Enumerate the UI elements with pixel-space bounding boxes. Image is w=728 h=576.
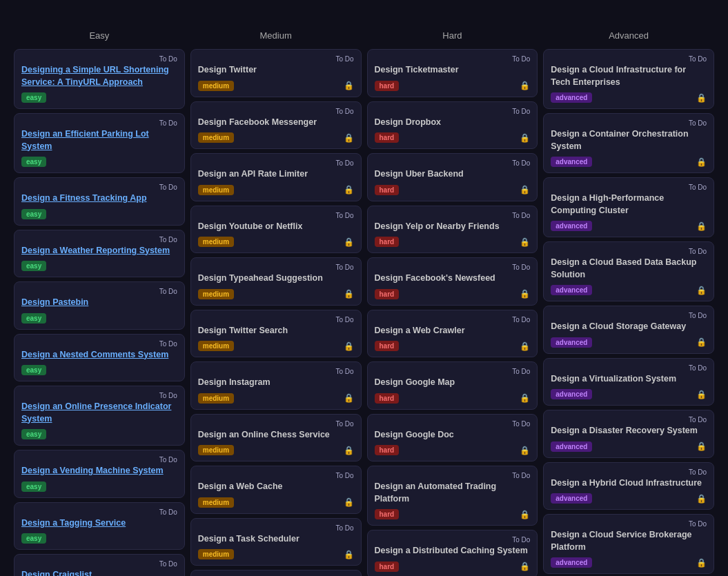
card[interactable]: To DoDesign a Key Value Storemedium🔒 [190,570,362,576]
tag-medium: medium [198,393,234,404]
tag-medium: medium [198,132,234,143]
lock-icon: 🔒 [520,81,530,90]
card[interactable]: To DoDesign Ticketmasterhard🔒 [367,49,538,97]
card[interactable]: To DoDesign Youtube or Netflixmedium🔒 [190,206,362,254]
card[interactable]: To DoDesign a Cloud Based Data Backup So… [543,241,714,301]
tag-easy: easy [21,429,46,439]
card[interactable]: To DoDesign a Cloud Infrastructure for T… [543,49,714,109]
card[interactable]: To DoDesign Facebook's Newsfeedhard🔒 [367,257,538,306]
card[interactable]: To DoDesign a Web Crawlerhard🔒 [367,310,538,358]
card-title[interactable]: Design a Nested Comments System [21,349,177,361]
tag-medium: medium [198,549,234,559]
card[interactable]: To DoDesign a Disaster Recovery Systemad… [543,410,714,458]
card-title[interactable]: Design an Online Presence Indicator Syst… [21,401,177,425]
card[interactable]: To DoDesign a Nested Comments Systemeasy [14,334,185,382]
card[interactable]: To DoDesign a High-Performance Computing… [543,177,714,237]
card-title: Design a Cloud Service Brokerage Platfor… [551,529,707,553]
card[interactable]: To DoDesign Yelp or Nearby Friendshard🔒 [367,206,538,254]
card[interactable]: To DoDesign Dropboxhard🔒 [367,101,538,150]
lock-icon: 🔒 [344,237,354,247]
tag-easy: easy [21,92,46,103]
card[interactable]: To DoDesign Craigslisteasy [14,554,185,576]
card[interactable]: To DoDesign Twittermedium🔒 [190,49,362,97]
lock-icon: 🔒 [344,289,354,299]
card-title[interactable]: Design a Vending Machine System [21,465,177,477]
card[interactable]: To DoDesign Instagrammedium🔒 [190,361,362,410]
todo-badge: To Do [159,560,177,568]
card[interactable]: To DoDesign an API Rate Limitermedium🔒 [190,153,362,201]
card[interactable]: To DoDesign Uber Backendhard🔒 [367,153,538,201]
todo-badge: To Do [512,159,530,167]
card-title: Design a Cloud Based Data Backup Solutio… [551,257,707,281]
card[interactable]: To DoDesign Google Maphard🔒 [367,361,538,410]
lock-icon: 🔒 [520,133,530,143]
tag-hard: hard [375,237,400,247]
card[interactable]: To DoDesign a Distributed Caching System… [367,530,538,576]
lock-icon: 🔒 [696,494,707,504]
card[interactable]: To DoDesign an Efficient Parking Lot Sys… [14,113,185,173]
card-title: Design Dropbox [375,117,531,129]
card-title: Design a Cloud Storage Gateway [551,321,707,333]
card[interactable]: To DoDesign Facebook Messengermedium🔒 [190,101,362,150]
todo-badge: To Do [512,316,530,324]
card-title: Design an Online Chess Service [198,429,354,441]
card[interactable]: To DoDesign Google Dochard🔒 [367,414,538,462]
card-title: Design Google Doc [375,429,531,441]
card-title[interactable]: Design a Weather Reporting System [21,245,177,257]
card[interactable]: To DoDesign a Hybrid Cloud Infrastructur… [543,462,714,510]
todo-badge: To Do [335,420,353,428]
card[interactable]: To DoDesign a Fitness Tracking Appeasy [14,177,185,226]
todo-badge: To Do [335,212,353,219]
todo-badge: To Do [512,212,530,219]
card[interactable]: To DoDesign an Online Chess Servicemediu… [190,414,362,462]
lock-icon: 🔒 [344,81,354,90]
card-title: Design Typeahead Suggestion [198,272,354,285]
card[interactable]: To DoDesigning a Simple URL Shortening S… [14,49,185,109]
card-title[interactable]: Design a Tagging Service [21,517,177,530]
tag-advanced: advanced [551,441,592,452]
card-title[interactable]: Design an Efficient Parking Lot System [21,128,177,152]
tag-easy: easy [21,261,46,271]
todo-badge: To Do [335,368,353,375]
card-title: Design a Distributed Caching System [375,545,531,557]
card[interactable]: To DoDesign a Cloud Storage Gatewayadvan… [543,306,714,354]
tag-hard: hard [375,445,400,455]
tag-advanced: advanced [551,157,592,167]
lock-icon: 🔒 [520,446,530,455]
card[interactable]: To DoDesign a Virtualization Systemadvan… [543,358,714,406]
card-title[interactable]: Design a Fitness Tracking App [21,192,177,205]
todo-badge: To Do [689,248,707,255]
lock-icon: 🔒 [696,337,707,347]
card[interactable]: To DoDesign Typeahead Suggestionmedium🔒 [190,257,362,306]
tag-hard: hard [375,509,400,519]
lock-icon: 🔒 [520,289,530,299]
todo-badge: To Do [159,508,177,516]
todo-badge: To Do [159,236,177,244]
card-title[interactable]: Design Craigslist [21,569,177,576]
tag-medium: medium [198,445,234,455]
tag-hard: hard [375,393,400,404]
card-title[interactable]: Design Pastebin [21,297,177,309]
todo-badge: To Do [335,264,353,271]
tag-advanced: advanced [551,285,592,295]
card[interactable]: To DoDesign a Web Cachemedium🔒 [190,466,362,514]
card[interactable]: To DoDesign a Tagging Serviceeasy [14,502,185,550]
tag-hard: hard [375,132,400,143]
card[interactable]: To DoDesign an Automated Trading Platfor… [367,466,538,526]
lock-icon: 🔒 [696,558,707,568]
card[interactable]: To DoDesign Pastebineasy [14,281,185,330]
card[interactable]: To DoDesign Twitter Searchmedium🔒 [190,310,362,358]
card[interactable]: To DoDesign a Task Schedulermedium🔒 [190,518,362,566]
card[interactable]: To DoDesign a Vending Machine Systemeasy [14,450,185,498]
column-easy: EasyTo DoDesigning a Simple URL Shorteni… [14,28,185,576]
card[interactable]: To DoDesign a Cloud Service Brokerage Pl… [543,514,714,574]
card-title[interactable]: Designing a Simple URL Shortening Servic… [21,64,177,88]
lock-icon: 🔒 [696,441,707,451]
card[interactable]: To DoDesign an Online Presence Indicator… [14,386,185,446]
lock-icon: 🔒 [696,390,707,399]
card[interactable]: To DoDesign a Container Orchestration Sy… [543,113,714,173]
card[interactable]: To DoDesign a Weather Reporting Systemea… [14,230,185,278]
cards-col-medium: To DoDesign Twittermedium🔒To DoDesign Fa… [190,49,362,576]
card-title: Design Twitter Search [198,325,354,337]
tag-easy: easy [21,209,46,219]
